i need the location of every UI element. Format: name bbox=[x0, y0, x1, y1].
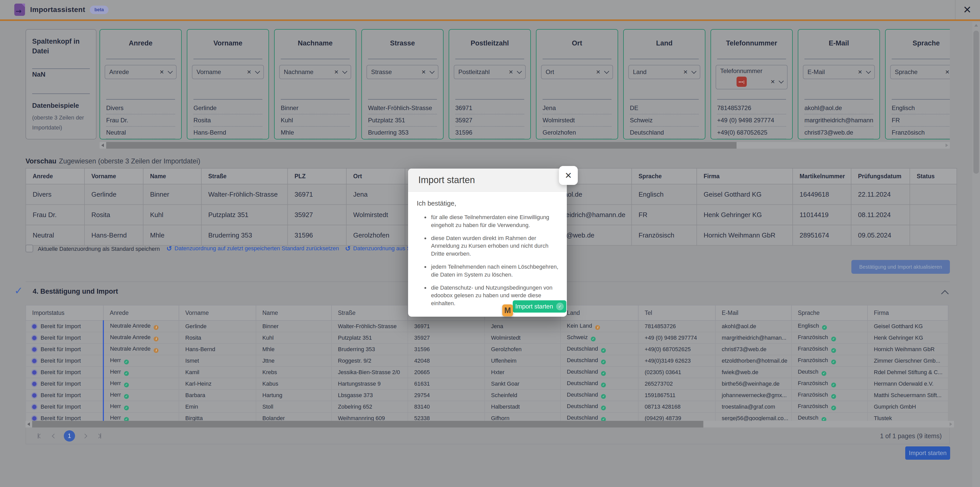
clear-selection-icon[interactable] bbox=[858, 69, 862, 76]
divider bbox=[193, 99, 262, 100]
chevron-down-icon[interactable] bbox=[604, 69, 609, 74]
cell: troestalina@graf.com bbox=[715, 401, 791, 412]
window-close-button[interactable] bbox=[960, 3, 974, 16]
cell: 08.11.2024 bbox=[851, 204, 910, 225]
column-select[interactable]: Strasse bbox=[366, 65, 438, 79]
import-row: Bereit für Import Neutrale Anrede Hans-B… bbox=[26, 343, 948, 355]
save-default-checkbox[interactable] bbox=[25, 245, 33, 252]
previous-page-button[interactable] bbox=[47, 429, 61, 443]
cell: Mhle bbox=[256, 343, 331, 355]
scroll-right-icon[interactable] bbox=[950, 422, 952, 426]
land-cell: Deutschland bbox=[560, 390, 638, 401]
scroll-up-icon[interactable] bbox=[974, 24, 978, 27]
cell: Geisel Gotthard KG bbox=[697, 184, 793, 204]
sample-row: Frau Dr. bbox=[106, 114, 175, 127]
divider bbox=[804, 59, 873, 59]
dialog-close-button[interactable] bbox=[559, 166, 578, 185]
scroll-left-icon[interactable] bbox=[101, 144, 104, 147]
anrede-flag-icon bbox=[154, 325, 159, 330]
anrede-flag-icon bbox=[124, 371, 129, 376]
reset-mapping-link[interactable]: Datenzuordnung auf zuletzt gespeicherten… bbox=[166, 245, 339, 252]
cell: Frau Dr. bbox=[26, 204, 84, 225]
column-header: Tel bbox=[638, 305, 715, 321]
clear-selection-icon[interactable] bbox=[334, 69, 339, 76]
clear-selection-icon[interactable] bbox=[683, 69, 687, 76]
chevron-down-icon[interactable] bbox=[517, 69, 522, 74]
sample-row: Deutschland bbox=[630, 127, 699, 139]
scrollbar-thumb[interactable] bbox=[32, 421, 703, 428]
selected-column-value: Vorname bbox=[197, 69, 221, 76]
column-select[interactable]: E-Mail bbox=[803, 65, 875, 79]
cell: Roggestr. 9/2 bbox=[331, 355, 408, 366]
clear-selection-icon[interactable] bbox=[247, 69, 251, 76]
clear-selection-icon[interactable] bbox=[422, 69, 426, 76]
cell: Scheinfeld bbox=[485, 390, 560, 401]
divider bbox=[892, 59, 950, 59]
cell: Binner bbox=[256, 321, 331, 332]
column-header: Straße bbox=[201, 168, 288, 184]
cell: Binner bbox=[143, 184, 201, 204]
chevron-down-icon[interactable] bbox=[342, 69, 347, 74]
anrede-flag-icon bbox=[124, 406, 129, 410]
mapping-card-title: Nachname bbox=[275, 39, 356, 47]
cell: Wolmirstedt bbox=[346, 204, 405, 225]
next-page-button[interactable] bbox=[78, 429, 92, 443]
scrollbar-thumb[interactable] bbox=[974, 30, 979, 174]
current-page-button[interactable]: 1 bbox=[64, 430, 75, 442]
column-select[interactable]: Land bbox=[628, 65, 700, 79]
sprache-flag-icon bbox=[831, 406, 836, 410]
scroll-right-icon[interactable] bbox=[945, 144, 948, 147]
import-start-button[interactable]: Import starten bbox=[905, 446, 950, 460]
section-title: 4. Bestätigung und Import bbox=[33, 287, 118, 295]
cell: Mhle bbox=[143, 225, 201, 246]
sample-row: Neutral bbox=[106, 127, 175, 139]
selected-column-value: Postleitzahl bbox=[458, 69, 490, 76]
preview-heading-rest: Zugewiesen (oberste 3 Zeilen der Importd… bbox=[59, 157, 200, 165]
confirm-bullet: für alle diese Teilnehmerdaten eine Einw… bbox=[430, 214, 559, 229]
cell: fwiek@web.de bbox=[715, 366, 791, 378]
chevron-down-icon[interactable] bbox=[255, 69, 260, 74]
clear-selection-icon[interactable] bbox=[596, 69, 600, 76]
confirm-import-button[interactable]: Import starten bbox=[513, 300, 566, 313]
column-select[interactable]: Postleitzahl bbox=[454, 65, 526, 79]
column-select[interactable]: Telefonnummer bbox=[716, 65, 788, 89]
cards-horizontal-scrollbar[interactable] bbox=[100, 142, 950, 148]
chevron-down-icon[interactable] bbox=[168, 69, 173, 74]
cell: 83140 bbox=[408, 401, 485, 412]
cell: 35927 bbox=[408, 332, 485, 343]
clear-selection-icon[interactable] bbox=[771, 78, 775, 85]
sprache-flag-icon bbox=[831, 383, 836, 387]
clear-selection-icon[interactable] bbox=[160, 69, 164, 76]
save-default-label: Aktuelle Datenzuordnung als Standard spe… bbox=[38, 246, 160, 252]
sample-row: Walter-Fröhlich-Strasse bbox=[368, 102, 437, 114]
update-confirmation-button[interactable]: Bestätigung und Import aktualisieren bbox=[851, 260, 950, 274]
column-select[interactable]: Nachname bbox=[279, 65, 351, 79]
mapping-card-title: Telefonnummer bbox=[711, 39, 792, 47]
sample-row: Gerolzhofen bbox=[542, 127, 611, 139]
column-select[interactable]: Sprache bbox=[890, 65, 950, 79]
sample-values: Gerlinde Rosita Hans-Bernd bbox=[193, 102, 262, 139]
chevron-down-icon[interactable] bbox=[866, 69, 871, 74]
chevron-down-icon[interactable] bbox=[430, 69, 434, 74]
clear-selection-icon[interactable] bbox=[945, 69, 950, 76]
undo-icon bbox=[345, 245, 351, 252]
clear-selection-icon[interactable] bbox=[509, 69, 513, 76]
scroll-left-icon[interactable] bbox=[27, 422, 30, 426]
chevron-down-icon[interactable] bbox=[779, 78, 784, 83]
mapping-card: Ort Ort Jena Wolmirstedt Gerolzhofen bbox=[536, 29, 618, 139]
sprache-cell: Deutsch bbox=[791, 366, 867, 378]
last-page-button[interactable] bbox=[92, 429, 106, 443]
column-select[interactable]: Ort bbox=[541, 65, 613, 79]
column-select[interactable]: Anrede bbox=[105, 65, 177, 79]
collapse-section-icon[interactable] bbox=[941, 290, 949, 298]
file-header-value: NaN bbox=[32, 70, 45, 78]
cell: 7814853726 bbox=[638, 321, 715, 332]
chevron-down-icon[interactable] bbox=[691, 69, 697, 74]
first-page-button[interactable] bbox=[33, 429, 47, 443]
column-select[interactable]: Vorname bbox=[192, 65, 264, 79]
scrollbar-thumb[interactable] bbox=[106, 142, 737, 148]
table-horizontal-scrollbar[interactable] bbox=[25, 421, 954, 428]
cell: Uffenheim bbox=[485, 355, 560, 366]
divider bbox=[455, 59, 524, 59]
vertical-scrollbar[interactable] bbox=[972, 22, 980, 487]
